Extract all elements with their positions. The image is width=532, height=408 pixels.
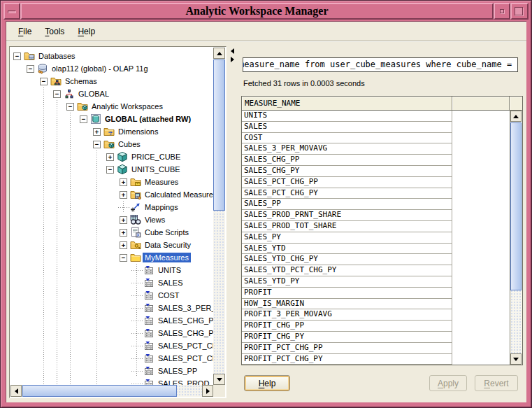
- tree-item-views[interactable]: +Views: [10, 213, 213, 226]
- collapse-expander-icon[interactable]: −: [40, 78, 48, 85]
- table-row-sales-chg-py[interactable]: SALES_CHG_PY: [242, 166, 452, 177]
- table-row-sales-py[interactable]: SALES_PY: [242, 232, 452, 244]
- tree-item-sales-pct-chg[interactable]: SALES_PCT_CHG_: [10, 352, 213, 365]
- table-row-cost[interactable]: COST: [242, 133, 452, 144]
- table-row-sales-3-per-movavg[interactable]: SALES_3_PER_MOVAVG: [242, 143, 452, 155]
- titlebar[interactable]: Analytic Workspace Manager: [3, 3, 529, 20]
- tree-guide: [64, 314, 77, 327]
- collapse-expander-icon[interactable]: −: [27, 65, 34, 73]
- tree-vertical-scrollbar[interactable]: [213, 48, 225, 385]
- maximize-button[interactable]: [510, 3, 529, 20]
- table-row-how-is-margin[interactable]: HOW_IS_MARGIN: [242, 299, 452, 310]
- tree-item-sales-prod-prn[interactable]: SALES_PROD_PRN: [10, 377, 213, 385]
- table-row-profit-chg-pp[interactable]: PROFIT_CHG_PP: [242, 321, 452, 332]
- tree-item-measures[interactable]: +Measures: [10, 176, 213, 188]
- tree-connector: [130, 289, 143, 302]
- collapse-expander-icon[interactable]: −: [13, 52, 21, 60]
- panel-splitter[interactable]: [229, 46, 236, 398]
- table-row-sales-prod-tot-share[interactable]: SALES_PROD_TOT_SHARE: [242, 221, 452, 232]
- tree-item-units[interactable]: UNITS: [10, 264, 213, 276]
- scroll-up-button[interactable]: [510, 111, 522, 122]
- tree-item-cube-scripts[interactable]: +Cube Scripts: [10, 226, 213, 239]
- table-row-sales-ytd[interactable]: SALES_YTD: [242, 244, 452, 255]
- menu-file[interactable]: File: [18, 27, 31, 36]
- expand-expander-icon[interactable]: +: [106, 153, 114, 161]
- tree-item-sales-chg-py[interactable]: SALES_CHG_PY: [10, 327, 213, 339]
- cube-scripts-icon: [130, 227, 143, 238]
- table-row-sales-pp[interactable]: SALES_PP: [242, 199, 452, 210]
- table-vscroll-thumb[interactable]: [510, 122, 522, 290]
- tree-item-global-attached-rw[interactable]: −GLOBAL (attached RW): [10, 113, 213, 125]
- collapse-expander-icon[interactable]: −: [93, 141, 101, 148]
- tree-item-global[interactable]: −GLOBAL: [10, 87, 213, 100]
- expand-expander-icon[interactable]: +: [120, 178, 127, 186]
- expand-expander-icon[interactable]: +: [120, 191, 127, 199]
- tree-item-calculated-measures[interactable]: +Calculated Measures: [10, 188, 213, 201]
- tree-item-cubes[interactable]: −Cubes: [10, 138, 213, 150]
- table-row-units[interactable]: UNITS: [242, 111, 452, 122]
- tree-item-mappings[interactable]: Mappings: [10, 201, 213, 213]
- help-button[interactable]: Help: [244, 375, 290, 391]
- table-row-sales[interactable]: SALES: [242, 122, 452, 133]
- revert-button[interactable]: Revert: [475, 375, 518, 391]
- scroll-down-button[interactable]: [510, 353, 522, 365]
- query-input[interactable]: measure_name from user_cube_measures whe…: [243, 57, 518, 72]
- tree-item-analytic-workspaces[interactable]: −Analytic Workspaces: [10, 100, 213, 113]
- column-header-empty[interactable]: [452, 97, 510, 110]
- collapse-expander-icon[interactable]: −: [80, 115, 87, 123]
- expand-expander-icon[interactable]: +: [120, 241, 127, 249]
- tree-item-cost[interactable]: COST: [10, 289, 213, 302]
- table-row-profit[interactable]: PROFIT: [242, 288, 452, 299]
- menu-tools[interactable]: Tools: [45, 27, 64, 36]
- table-row-profit-pct-chg-pp[interactable]: PROFIT_PCT_CHG_PP: [242, 343, 452, 354]
- table-row-sales-ytd-py[interactable]: SALES_YTD_PY: [242, 276, 452, 288]
- collapse-expander-icon[interactable]: −: [66, 103, 74, 111]
- window-menu-button[interactable]: [3, 3, 20, 20]
- table-vertical-scrollbar[interactable]: [510, 111, 522, 365]
- scroll-down-button[interactable]: [213, 374, 225, 385]
- tree-item-databases[interactable]: −Databases: [10, 50, 213, 62]
- tree: −Databases−olap112 (global) - OLAP 11g−S…: [10, 48, 213, 385]
- tree-hscroll-thumb[interactable]: [22, 385, 177, 397]
- expand-expander-icon[interactable]: +: [120, 229, 127, 237]
- tree-item-olap112-global-olap-11g[interactable]: −olap112 (global) - OLAP 11g: [10, 62, 213, 75]
- menu-help[interactable]: Help: [78, 27, 95, 36]
- scroll-up-button[interactable]: [213, 48, 225, 59]
- collapse-expander-icon[interactable]: −: [53, 90, 61, 98]
- collapse-expander-icon[interactable]: −: [106, 166, 114, 174]
- table-row-profit-pct-chg-py[interactable]: PROFIT_PCT_CHG_PY: [242, 354, 452, 365]
- table-row-sales-pct-chg-py[interactable]: SALES_PCT_CHG_PY: [242, 188, 452, 199]
- collapse-expander-icon[interactable]: −: [120, 254, 127, 262]
- table-row-profit-chg-py[interactable]: PROFIT_CHG_PY: [242, 332, 452, 343]
- scroll-right-button[interactable]: [202, 385, 213, 397]
- table-row-sales-ytd-pct-chg-py[interactable]: SALES_YTD_PCT_CHG_PY: [242, 265, 452, 276]
- tree-item-schemas[interactable]: −Schemas: [10, 75, 213, 87]
- table-row-sales-ytd-chg-py[interactable]: SALES_YTD_CHG_PY: [242, 254, 452, 265]
- expand-expander-icon[interactable]: +: [93, 128, 101, 136]
- tree-item-sales[interactable]: SALES: [10, 276, 213, 289]
- tree-item-price-cube[interactable]: +PRICE_CUBE: [10, 150, 213, 163]
- tree-horizontal-scrollbar[interactable]: [10, 385, 213, 397]
- tree-item-units-cube[interactable]: −UNITS_CUBE: [10, 163, 213, 176]
- tree-item-sales-pp[interactable]: SALES_PP: [10, 365, 213, 377]
- collapse-left-icon[interactable]: [231, 48, 234, 54]
- tree-guide: [10, 377, 24, 385]
- tree-item-sales-3-per-mo[interactable]: SALES_3_PER_MO: [10, 302, 213, 314]
- minimize-button[interactable]: [494, 3, 510, 20]
- collapse-right-icon[interactable]: [231, 57, 234, 62]
- expand-expander-icon[interactable]: +: [120, 216, 127, 224]
- tree-item-sales-pct-chg[interactable]: SALES_PCT_CHG_: [10, 339, 213, 352]
- column-header-measure-name[interactable]: MEASURE_NAME: [242, 97, 452, 110]
- table-row-profit-3-per-movavg[interactable]: PROFIT_3_PER_MOVAVG: [242, 309, 452, 321]
- scroll-left-button[interactable]: [10, 385, 22, 397]
- tree-item-data-security[interactable]: +Data Security: [10, 239, 213, 251]
- table-row-sales-chg-pp[interactable]: SALES_CHG_PP: [242, 155, 452, 166]
- apply-button[interactable]: Apply: [429, 375, 467, 391]
- table-row-sales-pct-chg-pp[interactable]: SALES_PCT_CHG_PP: [242, 177, 452, 188]
- table-row-sales-prod-prnt-share[interactable]: SALES_PROD_PRNT_SHARE: [242, 210, 452, 221]
- tree-item-sales-chg-pp[interactable]: SALES_CHG_PP: [10, 314, 213, 327]
- tree-vscroll-thumb[interactable]: [213, 59, 225, 211]
- tree-item-mymeasures[interactable]: −MyMeasures: [10, 251, 213, 264]
- tree-item-dimensions[interactable]: +Dimensions: [10, 125, 213, 138]
- tree-guide: [37, 352, 50, 365]
